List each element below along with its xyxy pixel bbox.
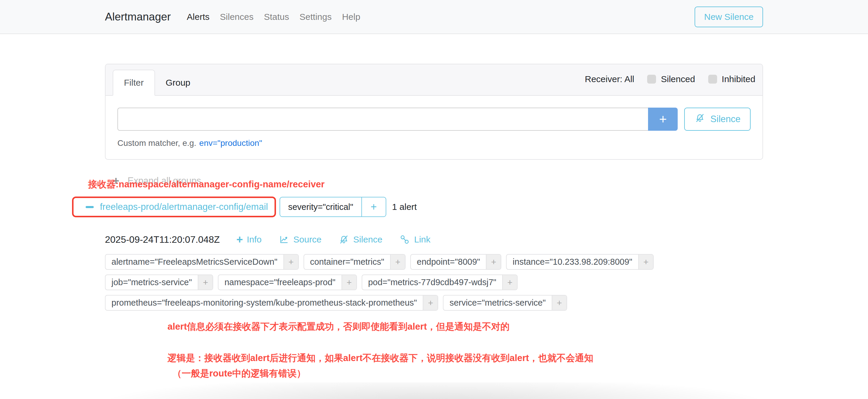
- chart-line-icon: [278, 234, 290, 245]
- link-action[interactable]: Link: [399, 234, 430, 245]
- group-receiver-link[interactable]: freeleaps-prod/alertmanager-config/email: [100, 202, 268, 212]
- alert-label-chip: endpoint="8009" +: [410, 254, 501, 270]
- alert-label-chip: alertname="FreeleapsMetricsServiceDown" …: [105, 254, 299, 270]
- label-text: instance="10.233.98.209:8009": [507, 255, 638, 269]
- alert-label-chip: prometheus="freeleaps-monitoring-system/…: [105, 295, 438, 311]
- nav-item-alerts[interactable]: Alerts: [187, 12, 210, 22]
- alertmanager-page: Alertmanager Alerts Silences Status Sett…: [0, 0, 868, 399]
- alert-label-chip: service="metrics-service" +: [443, 295, 567, 311]
- plus-icon: +: [236, 235, 243, 245]
- link-icon: [399, 234, 410, 245]
- label-text: namespace="freeleaps-prod": [218, 275, 341, 289]
- link-action-label: Link: [414, 235, 430, 245]
- info-action[interactable]: + Info: [236, 235, 261, 245]
- group-matcher-group: severity="critical" +: [280, 197, 386, 217]
- label-add-button[interactable]: +: [390, 255, 405, 269]
- tab-group[interactable]: Group: [155, 70, 201, 96]
- silenced-checkbox-group[interactable]: Silenced: [647, 74, 695, 84]
- alert-label-chip: pod="metrics-77d9cdb497-wdsj7" +: [362, 275, 518, 290]
- brand-link[interactable]: Alertmanager: [105, 11, 171, 23]
- alert-timestamp: 2025-09-24T11:20:07.048Z: [105, 234, 220, 245]
- filter-panel-body: + Silence Custom mat: [105, 96, 763, 159]
- filter-panel: Filter Group Receiver: All Silenced Inhi…: [105, 64, 763, 160]
- label-add-button[interactable]: +: [502, 275, 517, 289]
- filter-options: Receiver: All Silenced Inhibited: [585, 64, 755, 95]
- group-matcher-add-button[interactable]: +: [361, 197, 386, 216]
- main-content: Filter Group Receiver: All Silenced Inhi…: [105, 64, 763, 380]
- label-add-button[interactable]: +: [198, 275, 213, 289]
- label-add-button[interactable]: +: [638, 255, 653, 269]
- navbar-container: Alertmanager Alerts Silences Status Sett…: [105, 0, 763, 33]
- label-add-button[interactable]: +: [552, 296, 566, 310]
- label-text: prometheus="freeleaps-monitoring-system/…: [105, 296, 423, 310]
- annotation-note-3: （一般是route中的逻辑有错误）: [173, 367, 763, 380]
- collapse-minus-icon: [86, 206, 94, 208]
- bell-slash-icon: [694, 112, 706, 126]
- label-text: service="metrics-service": [443, 296, 551, 310]
- annotation-note-1: alert信息必须在接收器下才表示配置成功，否则即使能看到alert，但是通知是…: [167, 320, 763, 333]
- alert-meta-row: 2025-09-24T11:20:07.048Z + Info Source: [105, 234, 763, 245]
- alert-groups: + Expand all groups 接收器:namespace/alterm…: [105, 175, 763, 380]
- alert-count: 1 alert: [392, 202, 417, 212]
- label-text: alertname="FreeleapsMetricsServiceDown": [105, 255, 283, 269]
- silenced-label: Silenced: [661, 74, 695, 84]
- alert-label-chip: namespace="freeleaps-prod" +: [218, 275, 356, 290]
- bell-slash-icon: [338, 234, 349, 245]
- hint-text: Custom matcher, e.g.: [117, 139, 196, 148]
- matcher-input-group: +: [117, 108, 678, 131]
- label-text: endpoint="8009": [411, 255, 486, 269]
- filter-tabs: Filter Group: [113, 64, 201, 95]
- matcher-hint: Custom matcher, e.g.env="production": [117, 139, 751, 148]
- annotation-note-2: 逻辑是：接收器收到alert后进行通知，如果alert不在接收器下，说明接收器没…: [167, 352, 763, 364]
- label-add-button[interactable]: +: [342, 275, 356, 289]
- label-add-button[interactable]: +: [283, 255, 298, 269]
- new-silence-button[interactable]: New Silence: [694, 6, 763, 27]
- group-header-row: freeleaps-prod/alertmanager-config/email…: [105, 196, 763, 217]
- nav-links: Alerts Silences Status Settings Help: [187, 12, 360, 22]
- silence-action-label: Silence: [353, 235, 382, 245]
- tab-filter[interactable]: Filter: [113, 70, 155, 96]
- silence-action[interactable]: Silence: [338, 234, 382, 245]
- info-action-label: Info: [247, 235, 261, 245]
- inhibited-label: Inhibited: [722, 74, 755, 84]
- hint-example-link[interactable]: env="production": [199, 139, 262, 148]
- label-add-button[interactable]: +: [423, 296, 438, 310]
- bottom-shadow: [0, 382, 868, 399]
- silence-filter-button[interactable]: Silence: [684, 108, 751, 131]
- navbar: Alertmanager Alerts Silences Status Sett…: [0, 0, 868, 34]
- label-text: container="metrics": [304, 255, 390, 269]
- add-matcher-button[interactable]: +: [648, 108, 678, 131]
- nav-item-help[interactable]: Help: [342, 12, 361, 22]
- nav-item-status[interactable]: Status: [264, 12, 289, 22]
- silence-filter-label: Silence: [710, 114, 741, 124]
- inhibited-checkbox-group[interactable]: Inhibited: [708, 74, 755, 84]
- annotation-receiver-note: 接收器:namespace/altermanager-config-name/r…: [88, 178, 763, 191]
- nav-item-silences[interactable]: Silences: [220, 12, 253, 22]
- label-text: job="metrics-service": [105, 275, 198, 289]
- source-action[interactable]: Source: [278, 234, 322, 245]
- matcher-input[interactable]: [117, 108, 648, 131]
- group-matcher-button[interactable]: severity="critical": [280, 197, 361, 216]
- label-add-button[interactable]: +: [486, 255, 501, 269]
- alert-label-chip: container="metrics" +: [304, 254, 406, 270]
- source-action-label: Source: [293, 235, 322, 245]
- alert-label-chip: job="metrics-service" +: [105, 275, 213, 290]
- alert-labels: alertname="FreeleapsMetricsServiceDown" …: [105, 254, 692, 311]
- nav-item-settings[interactable]: Settings: [300, 12, 332, 22]
- matcher-row: + Silence: [117, 108, 751, 131]
- label-text: pod="metrics-77d9cdb497-wdsj7": [362, 275, 502, 289]
- filter-panel-header: Filter Group Receiver: All Silenced Inhi…: [105, 64, 763, 96]
- alert-label-chip: instance="10.233.98.209:8009" +: [506, 254, 654, 270]
- annotation-red-box: freeleaps-prod/alertmanager-config/email: [72, 196, 276, 217]
- inhibited-checkbox[interactable]: [708, 75, 717, 84]
- receiver-dropdown[interactable]: Receiver: All: [585, 74, 634, 84]
- silenced-checkbox[interactable]: [647, 75, 656, 84]
